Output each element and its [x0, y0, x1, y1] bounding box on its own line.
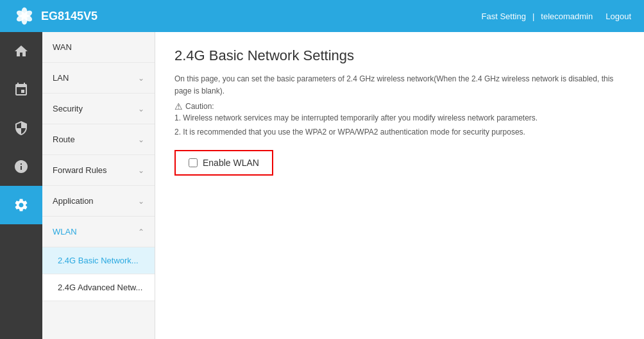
chevron-up-icon: ⌃ [138, 227, 144, 236]
enable-wlan-box[interactable]: Enable WLAN [174, 150, 273, 176]
enable-wlan-label: Enable WLAN [203, 158, 259, 168]
home-icon [13, 44, 29, 59]
logo-text: EG8145V5 [41, 10, 97, 23]
sidebar-icon-settings[interactable] [0, 186, 42, 224]
header: EG8145V5 Fast Setting | telecomadmin Log… [0, 0, 644, 32]
network-icon [13, 82, 29, 97]
main-layout: WAN LAN ⌄ Security ⌄ Route ⌄ Forward Rul… [0, 32, 644, 339]
submenu-item-24g-basic-label: 2.4G Basic Network... [58, 256, 139, 265]
fast-setting-link[interactable]: Fast Setting [482, 12, 526, 21]
shield-icon [13, 120, 29, 136]
header-nav: Fast Setting | telecomadmin Logout [482, 12, 631, 21]
caution-label: Caution: [185, 102, 214, 111]
enable-wlan-checkbox[interactable] [189, 158, 198, 167]
chevron-down-icon: ⌄ [138, 197, 144, 206]
sidebar-icons [0, 32, 42, 339]
sidebar-menu: WAN LAN ⌄ Security ⌄ Route ⌄ Forward Rul… [42, 32, 155, 339]
submenu-item-24g-advanced-label: 2.4G Advanced Netw... [58, 283, 142, 292]
menu-item-route[interactable]: Route ⌄ [42, 124, 155, 155]
submenu-item-24g-advanced[interactable]: 2.4G Advanced Netw... [42, 274, 155, 301]
username-label: telecomadmin [541, 12, 593, 21]
caution-title: ⚠ Caution: [174, 101, 625, 112]
menu-item-security-label: Security [53, 104, 83, 113]
menu-item-application[interactable]: Application ⌄ [42, 186, 155, 217]
caution-list: 1. Wireless network services may be inte… [174, 112, 625, 139]
caution-item-2: 2. It is recommended that you use the WP… [174, 126, 625, 140]
diagnostics-icon [13, 159, 29, 174]
page-title: 2.4G Basic Network Settings [174, 47, 625, 64]
menu-item-lan-label: LAN [53, 73, 69, 83]
menu-item-lan[interactable]: LAN ⌄ [42, 63, 155, 94]
logo-icon [13, 7, 36, 25]
description-text: On this page, you can set the basic para… [174, 73, 625, 97]
menu-item-route-label: Route [53, 135, 75, 144]
sidebar-icon-network[interactable] [0, 70, 42, 109]
chevron-down-icon: ⌄ [138, 74, 144, 83]
menu-item-application-label: Application [53, 196, 94, 206]
nav-divider: | [532, 12, 534, 21]
chevron-down-icon: ⌄ [138, 135, 144, 144]
menu-item-wlan[interactable]: WLAN ⌃ [42, 217, 155, 247]
caution-item-1: 1. Wireless network services may be inte… [174, 112, 625, 126]
warning-triangle-icon: ⚠ [174, 101, 183, 112]
sidebar-icon-diagnostics[interactable] [0, 147, 42, 186]
menu-item-wan-label: WAN [53, 42, 72, 52]
logo: EG8145V5 [13, 7, 97, 25]
menu-item-wan[interactable]: WAN [42, 32, 155, 63]
menu-item-forward-rules-label: Forward Rules [53, 165, 107, 175]
chevron-down-icon: ⌄ [138, 104, 144, 113]
submenu-item-24g-basic[interactable]: 2.4G Basic Network... [42, 247, 155, 274]
menu-item-wlan-label: WLAN [53, 227, 77, 236]
gear-icon [13, 197, 29, 213]
logout-link[interactable]: Logout [606, 12, 631, 21]
menu-item-forward-rules[interactable]: Forward Rules ⌄ [42, 155, 155, 186]
content-area: 2.4G Basic Network Settings On this page… [155, 32, 644, 339]
menu-item-security[interactable]: Security ⌄ [42, 94, 155, 124]
sidebar-icon-home[interactable] [0, 32, 42, 70]
sidebar-icon-security[interactable] [0, 109, 42, 147]
chevron-down-icon: ⌄ [138, 166, 144, 175]
